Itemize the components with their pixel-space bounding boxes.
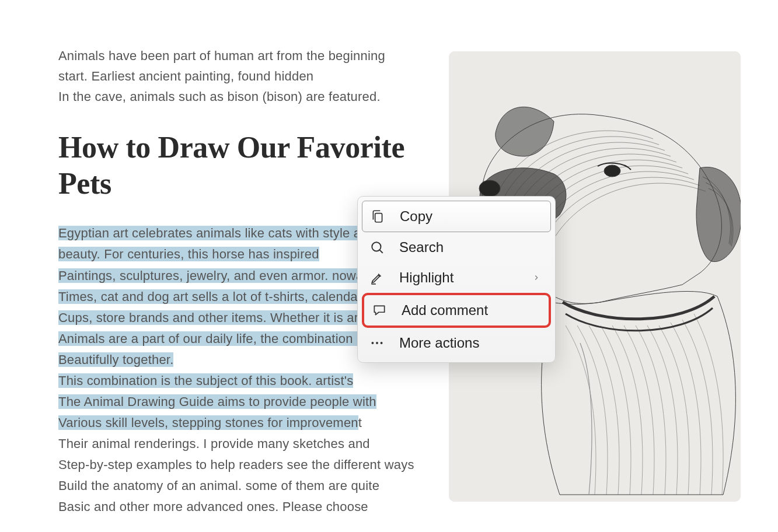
- menu-label: Add comment: [402, 302, 488, 318]
- highlighted-text[interactable]: Various skill levels, stepping stones fo…: [58, 415, 358, 430]
- svg-line-5: [379, 250, 382, 253]
- highlighted-text[interactable]: Cups, store brands and other items. Whet…: [58, 310, 406, 325]
- highlighter-icon: [369, 270, 385, 286]
- chevron-right-icon: [532, 274, 540, 282]
- svg-point-8: [381, 342, 383, 344]
- menu-label: Search: [399, 239, 444, 256]
- menu-label: Copy: [400, 208, 432, 225]
- menu-more-actions[interactable]: More actions: [362, 328, 551, 358]
- intro-line: In the cave, animals such as bison (biso…: [58, 89, 381, 104]
- highlighted-text[interactable]: Paintings, sculptures, jewelry, and even…: [58, 268, 391, 283]
- highlighted-text[interactable]: The Animal Drawing Guide aims to provide…: [58, 394, 376, 409]
- svg-point-6: [371, 342, 374, 344]
- intro-line: Animals have been part of human art from…: [58, 48, 385, 63]
- intro-line: start. Earliest ancient painting, found …: [58, 69, 313, 83]
- menu-label: Highlight: [399, 270, 453, 286]
- highlighted-text[interactable]: Times, cat and dog art sells a lot of t-…: [58, 289, 404, 304]
- body-text: Build the anatomy of an animal. some of …: [58, 478, 379, 493]
- page-title: How to Draw Our Favorite Pets: [58, 130, 409, 202]
- body-text: Their animal renderings. I provide many …: [58, 436, 370, 451]
- body-text: Basic and other more advanced ones. Plea…: [58, 499, 368, 514]
- menu-copy[interactable]: Copy: [362, 201, 551, 232]
- more-icon: [369, 335, 385, 351]
- context-menu: Copy Search Highlight Ad: [357, 196, 556, 363]
- body-text: t: [358, 415, 362, 430]
- svg-point-7: [376, 342, 378, 344]
- copy-icon: [369, 208, 386, 225]
- highlighted-text[interactable]: Egyptian art celebrates animals like cat…: [58, 226, 406, 240]
- menu-search[interactable]: Search: [362, 232, 551, 262]
- svg-point-4: [372, 242, 381, 251]
- svg-rect-3: [375, 214, 382, 222]
- body-text: Step-by-step examples to help readers se…: [58, 457, 414, 472]
- svg-point-2: [604, 165, 620, 177]
- menu-highlight[interactable]: Highlight: [362, 262, 551, 293]
- menu-add-comment[interactable]: Add comment: [362, 293, 551, 328]
- comment-icon: [371, 302, 388, 318]
- highlighted-text[interactable]: beauty. For centuries, this horse has in…: [58, 247, 319, 261]
- search-icon: [369, 239, 385, 256]
- svg-point-1: [479, 180, 500, 197]
- highlighted-text[interactable]: This combination is the subject of this …: [58, 373, 353, 388]
- highlighted-text[interactable]: Beautifully together.: [58, 352, 173, 367]
- highlighted-text[interactable]: Animals are a part of our daily life, th…: [58, 331, 406, 346]
- menu-label: More actions: [399, 335, 479, 351]
